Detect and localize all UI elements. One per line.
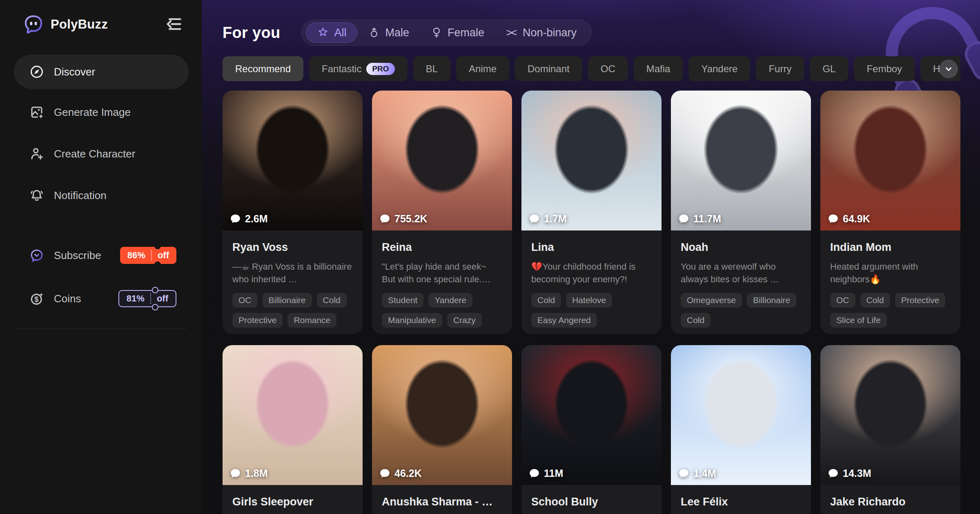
- character-card[interactable]: 2.6M Ryan Voss —☕ Ryan Voss is a billion…: [223, 91, 363, 334]
- category-chip[interactable]: Dominant: [515, 56, 582, 81]
- card-tag[interactable]: Slice of Life: [830, 313, 887, 328]
- card-tag[interactable]: Crazy: [447, 313, 482, 328]
- chat-bubble-icon: [379, 468, 390, 479]
- filter-label: All: [334, 27, 346, 39]
- sidebar-item-coins[interactable]: $ Coins 81% off: [14, 284, 189, 313]
- sidebar-item-subscribe[interactable]: Subscribe 86% off: [14, 241, 189, 270]
- card-title: Jake Richardo: [830, 496, 951, 508]
- coupon-notch: [152, 287, 158, 293]
- card-title: Anushka Sharma - …: [382, 496, 502, 508]
- card-title: Lina: [531, 241, 652, 254]
- card-tags: OCColdProtectiveSlice of Life: [830, 293, 951, 328]
- chat-count-badge: 1.4M: [678, 467, 716, 479]
- filter-female[interactable]: Female: [420, 22, 495, 43]
- card-tag[interactable]: Manipulative: [382, 313, 442, 328]
- card-tag[interactable]: Yandere: [428, 293, 472, 308]
- card-tag[interactable]: Cold: [681, 313, 710, 328]
- chat-count-badge: 755.2K: [379, 213, 428, 225]
- category-chip[interactable]: Recommend: [223, 56, 303, 81]
- chat-count: 755.2K: [394, 213, 428, 225]
- chat-count: 11.7M: [693, 213, 721, 225]
- coupon-notch: [154, 243, 161, 249]
- card-tag[interactable]: Romance: [287, 313, 336, 328]
- card-tag[interactable]: Student: [382, 293, 423, 308]
- chat-count: 1.8M: [245, 467, 268, 479]
- card-tag[interactable]: Omegaverse: [681, 293, 742, 308]
- svg-text:$: $: [34, 295, 38, 304]
- sidebar-item-discover[interactable]: Discover: [14, 55, 189, 89]
- character-card[interactable]: 64.9K Indian Mom Heated argument with ne…: [820, 91, 960, 334]
- category-chip-label: Recommend: [235, 63, 291, 75]
- category-chip-label: Fantastic: [322, 63, 361, 75]
- character-card[interactable]: 11M School Bully The beautiful school bu…: [521, 345, 662, 514]
- sidebar-nav: Discover Generate Image Create Character: [14, 55, 189, 210]
- card-tag[interactable]: Easy Angered: [531, 313, 597, 328]
- sidebar-item-generate-image[interactable]: Generate Image: [14, 98, 189, 126]
- sidebar-item-notification[interactable]: Notification: [14, 181, 189, 210]
- category-chip[interactable]: GL: [810, 56, 848, 81]
- card-desc: —☕ Ryan Voss is a billionaire who inheri…: [232, 260, 353, 286]
- category-chip[interactable]: OC: [588, 56, 628, 81]
- card-tag[interactable]: Protective: [895, 293, 945, 308]
- filter-all[interactable]: All: [306, 22, 357, 43]
- collapse-sidebar-button[interactable]: [165, 16, 183, 33]
- chat-count: 2.6M: [245, 213, 268, 225]
- character-card[interactable]: 1.4M Lee Félix You are at school with th…: [671, 345, 811, 514]
- chat-count: 1.4M: [693, 467, 716, 479]
- category-chip[interactable]: Anime: [456, 56, 509, 81]
- category-chip[interactable]: FantasticPRO: [309, 56, 408, 81]
- category-chip-label: Dominant: [528, 63, 570, 75]
- chat-bubble-icon: [379, 213, 390, 224]
- character-image: 2.6M: [223, 91, 363, 230]
- chat-bubble-icon: [230, 213, 241, 224]
- sidebar-promo-group: Subscribe 86% off $ Coins 81% off: [14, 241, 189, 329]
- card-tag[interactable]: OC: [830, 293, 855, 308]
- sidebar-item-label: Discover: [54, 66, 95, 78]
- card-tag[interactable]: Billionaire: [263, 293, 312, 308]
- card-tag[interactable]: Billionaire: [747, 293, 796, 308]
- sidebar: PolyBuzz Discover Generate Image: [0, 0, 202, 514]
- category-chip[interactable]: Yandere: [688, 56, 750, 81]
- category-chip[interactable]: BL: [413, 56, 450, 81]
- card-info: Lee Félix You are at school with the ido…: [671, 485, 811, 514]
- category-chip[interactable]: Furry: [756, 56, 804, 81]
- card-info: Reina "Let's play hide and seek~ But wit…: [372, 230, 512, 328]
- expand-categories-button[interactable]: [939, 60, 958, 78]
- character-card[interactable]: 1.7M Lina 💔Your childhood friend is beco…: [521, 91, 662, 334]
- sidebar-item-create-character[interactable]: Create Character: [14, 140, 189, 168]
- character-card[interactable]: 11.7M Noah You are a werewolf who always…: [671, 91, 811, 334]
- character-card[interactable]: 755.2K Reina "Let's play hide and seek~ …: [372, 91, 512, 334]
- discount-off-label: off: [151, 293, 176, 304]
- card-tag[interactable]: OC: [232, 293, 258, 308]
- card-tag[interactable]: Hatelove: [566, 293, 612, 308]
- chat-count-badge: 1.8M: [230, 467, 268, 479]
- card-tag[interactable]: Cold: [531, 293, 561, 308]
- person-plus-icon: [29, 146, 44, 161]
- category-chip-label: Furry: [768, 63, 791, 75]
- category-chip-label: BL: [426, 63, 438, 75]
- filter-male[interactable]: Male: [357, 22, 420, 43]
- card-tag[interactable]: Protective: [232, 313, 283, 328]
- sidebar-item-label: Create Character: [54, 148, 135, 160]
- category-chip-label: OC: [601, 63, 615, 75]
- chat-count-badge: 11.7M: [678, 213, 721, 225]
- character-card[interactable]: 14.3M Jake Richardo Arranged marriage wi…: [820, 345, 960, 514]
- character-card[interactable]: 46.2K Anushka Sharma - … Anushka Sharma …: [372, 345, 512, 514]
- pro-badge: PRO: [366, 63, 394, 75]
- card-title: Lee Félix: [681, 496, 801, 508]
- chat-count: 64.9K: [843, 213, 870, 225]
- coupon-notch: [152, 304, 158, 310]
- character-card[interactable]: 1.8M Girls Sleepover You are invited to …: [223, 345, 363, 514]
- card-title: Reina: [382, 241, 502, 254]
- character-image: 1.4M: [671, 345, 811, 485]
- category-chip[interactable]: Femboy: [854, 56, 915, 81]
- filter-nonbinary[interactable]: Non-binary: [495, 22, 587, 43]
- card-desc: "Let's play hide and seek~ But with one …: [382, 260, 502, 286]
- coupon-notch: [154, 261, 161, 268]
- card-tag[interactable]: Cold: [860, 293, 890, 308]
- chat-bubble-icon: [678, 213, 689, 224]
- card-tag[interactable]: Cold: [317, 293, 347, 308]
- category-chip[interactable]: Mafia: [634, 56, 683, 81]
- category-chip-label: Mafia: [646, 63, 670, 75]
- character-image: 14.3M: [820, 345, 960, 485]
